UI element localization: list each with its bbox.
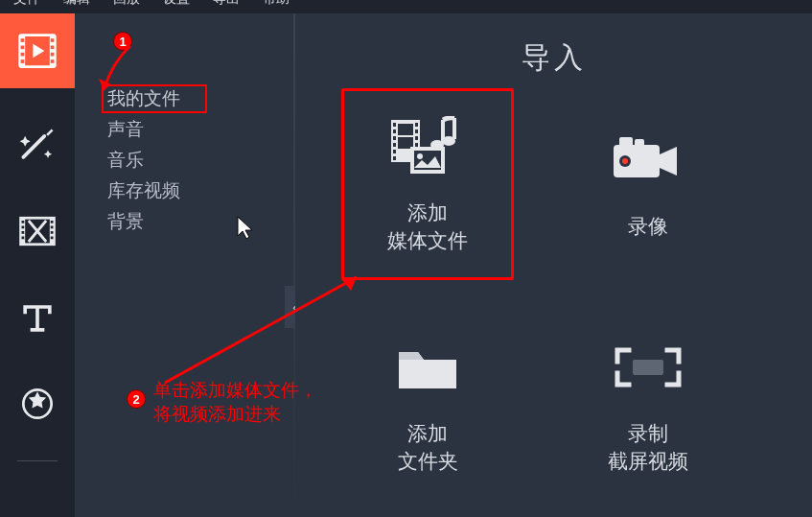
category-panel: 我的文件 声音 音乐 库存视频 背景 [75, 13, 295, 517]
tile-record-screen-label: 录制 截屏视频 [608, 419, 688, 476]
svg-rect-24 [393, 123, 396, 127]
category-my-files[interactable]: 我的文件 [102, 84, 207, 113]
tile-add-media[interactable]: 添加 媒体文件 [341, 88, 514, 280]
import-area: 导入 添加 媒体文件 [295, 13, 812, 517]
svg-rect-17 [22, 237, 25, 240]
svg-rect-19 [51, 226, 54, 229]
annotation-badge-2: 2 [127, 389, 146, 409]
svg-rect-48 [633, 360, 663, 375]
svg-rect-8 [51, 46, 55, 50]
tile-record-video[interactable]: 录像 [562, 88, 734, 280]
tool-stickers[interactable] [8, 374, 67, 434]
annotation-text-2: 单击添加媒体文件， 将视频添加进来 [153, 379, 317, 426]
svg-rect-45 [635, 139, 644, 147]
svg-rect-5 [21, 53, 25, 57]
category-music[interactable]: 音乐 [102, 146, 150, 175]
tile-record-video-label: 录像 [628, 212, 668, 240]
menu-file[interactable]: 文件 [13, 0, 40, 8]
menu-help[interactable]: 帮助 [263, 0, 290, 8]
svg-rect-21 [51, 237, 54, 240]
svg-rect-25 [393, 129, 396, 133]
svg-point-42 [417, 153, 423, 159]
category-sounds[interactable]: 声音 [102, 115, 150, 144]
screencast-icon [608, 335, 688, 400]
tile-record-screen[interactable]: 录制 截屏视频 [562, 309, 734, 501]
folder-icon [387, 335, 468, 400]
svg-rect-26 [393, 136, 396, 140]
menu-export[interactable]: 导出 [213, 0, 240, 8]
svg-rect-7 [51, 38, 55, 42]
category-stock-video[interactable]: 库存视频 [102, 176, 186, 205]
svg-point-47 [622, 158, 628, 164]
svg-rect-4 [21, 46, 25, 50]
sidebar-divider [17, 460, 58, 461]
tile-add-media-label: 添加 媒体文件 [387, 199, 468, 255]
svg-rect-31 [415, 129, 418, 133]
menu-settings[interactable]: 设置 [163, 0, 190, 8]
add-media-icon [387, 114, 468, 179]
camera-icon [608, 128, 688, 193]
annotation-badge-1: 1 [113, 32, 132, 51]
tool-transitions[interactable] [8, 201, 67, 261]
svg-point-39 [442, 136, 455, 146]
import-heading: 导入 [295, 38, 812, 78]
svg-rect-44 [619, 137, 633, 147]
import-tile-grid: 添加 媒体文件 录像 添加 [341, 88, 734, 501]
svg-rect-20 [51, 231, 54, 234]
svg-rect-3 [21, 38, 25, 42]
tool-titles[interactable] [8, 288, 67, 347]
svg-rect-32 [415, 136, 418, 140]
svg-rect-27 [393, 143, 396, 147]
svg-rect-10 [51, 59, 55, 63]
tile-add-folder[interactable]: 添加 文件夹 [341, 309, 514, 501]
svg-rect-9 [51, 53, 55, 57]
menu-edit[interactable]: 编辑 [63, 0, 90, 8]
svg-rect-29 [393, 156, 396, 160]
tool-filters[interactable] [8, 115, 67, 175]
svg-rect-36 [398, 124, 413, 135]
svg-rect-16 [22, 231, 25, 234]
svg-rect-30 [415, 123, 418, 127]
svg-rect-28 [393, 150, 396, 153]
svg-rect-33 [415, 143, 418, 147]
sidebar-tools [0, 13, 75, 517]
svg-rect-14 [22, 221, 25, 223]
svg-rect-6 [21, 59, 25, 63]
tile-add-folder-label: 添加 文件夹 [398, 419, 458, 476]
svg-rect-15 [22, 226, 25, 229]
category-backgrounds[interactable]: 背景 [102, 207, 150, 236]
menu-playback[interactable]: 回放 [113, 0, 140, 8]
svg-rect-18 [51, 221, 54, 223]
menubar: 文件 编辑 回放 设置 导出 帮助 [0, 0, 812, 13]
tool-import[interactable] [0, 13, 75, 88]
